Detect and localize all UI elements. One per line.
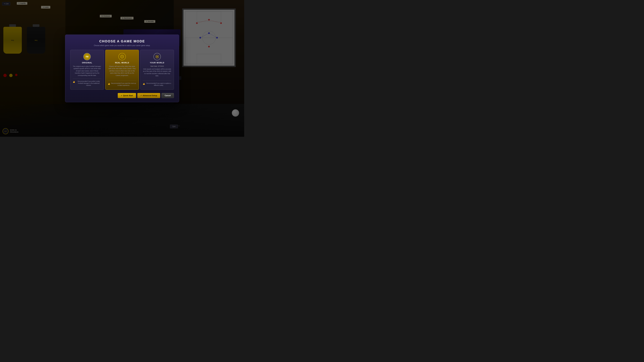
mode-card-real-world[interactable]: REAL WORLD Players will start at the clu… [105,50,139,90]
modal-subtitle: Choose which game mode you would like to… [70,44,174,46]
your-world-thumb-icon: 👍 [143,83,145,85]
mode-card-your-world[interactable]: YOUR WORLD Start Date: 3/7/2023 Club squ… [140,50,174,90]
original-mode-desc: The original way to play Football Manage… [73,65,102,77]
mode-cards-container: FM ORIGINAL The original way to play Foo… [70,50,174,90]
game-mode-modal: CHOOSE A GAME MODE Choose which game mod… [65,34,179,102]
your-world-mode-title: YOUR WORLD [150,62,164,64]
real-world-mode-desc: Players will start at the clubs they wer… [108,65,136,79]
your-world-mode-desc: Club squads and budgets will be accurate… [143,68,172,79]
modal-footer: ✓ Quick Start ✓ Advanced Setup Cancel [70,93,174,98]
real-world-mode-recommendation: 👍 Recommended if you want the most up-to… [108,81,136,86]
quick-start-button[interactable]: ✓ Quick Start [118,93,136,98]
your-world-mode-icon [154,53,161,60]
advanced-setup-button[interactable]: ✓ Advanced Setup [137,93,160,98]
modal-title: CHOOSE A GAME MODE [70,39,174,43]
original-mode-icon: FM [83,53,91,60]
svg-point-22 [157,56,158,57]
real-world-mode-title: REAL WORLD [115,62,129,64]
your-world-mode-recommendation: 👍 Recommended if you want to explore a d… [143,81,172,86]
real-world-mode-icon [118,53,126,60]
original-mode-recommendation: 👍 Recommended if you prefer to play Foot… [73,79,102,86]
original-thumb-icon: 👍 [73,81,75,83]
original-mode-title: ORIGINAL [82,62,92,64]
your-world-start-date: Start Date: 3/7/2023 [150,65,164,67]
mode-card-original[interactable]: FM ORIGINAL The original way to play Foo… [70,50,104,90]
real-world-thumb-icon: 👍 [108,83,110,85]
modal-overlay: CHOOSE A GAME MODE Choose which game mod… [0,0,244,137]
advanced-setup-check-icon: ✓ [140,94,142,97]
quick-start-check-icon: ✓ [121,94,122,97]
cancel-button[interactable]: Cancel [162,93,174,98]
